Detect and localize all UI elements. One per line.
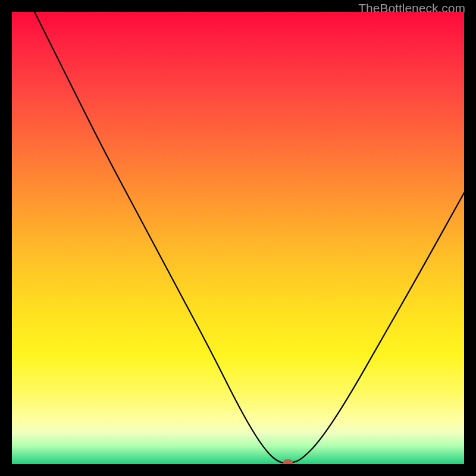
- bottleneck-curve-path: [35, 12, 464, 463]
- curve-svg: [12, 12, 464, 464]
- chart-frame: TheBottleneck.com: [0, 0, 476, 476]
- plot-area: [12, 12, 464, 464]
- minimum-marker: [283, 459, 293, 464]
